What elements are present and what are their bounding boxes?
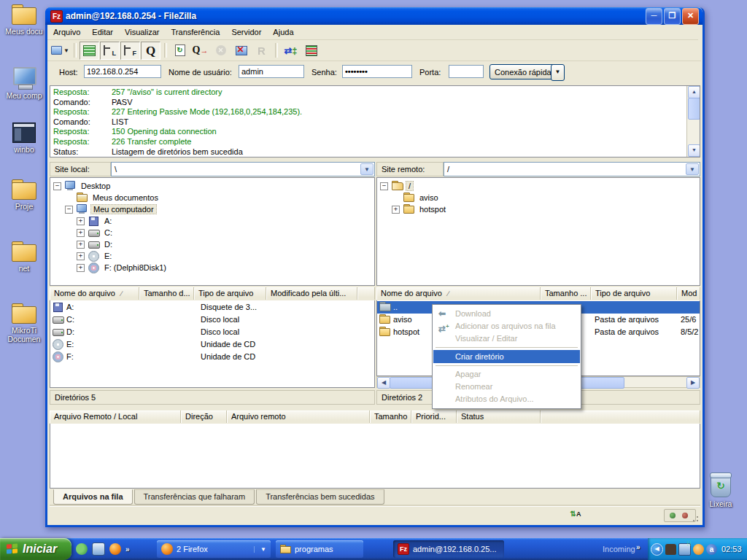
cancel-icon[interactable]: ✕ — [211, 42, 231, 60]
column-header-tamanho[interactable]: Tamanho d... — [139, 287, 194, 300]
network-status-icon[interactable] — [678, 543, 691, 556]
firefox-icon[interactable] — [109, 543, 121, 555]
column-header-status[interactable]: Status — [457, 411, 541, 423]
menu-ajuda[interactable]: Ajuda — [267, 26, 299, 39]
quick-launch-overflow-icon[interactable]: » — [125, 545, 130, 553]
security-icon[interactable] — [693, 544, 704, 555]
menu-item-adicionar-fila[interactable]: ⇄+ Adicionar os arquivos na fila — [433, 320, 580, 332]
tree-item-drive-f[interactable]: + F: (Delphi8Disk1) — [50, 262, 374, 273]
desktop-icon-mikrotik-documents[interactable]: MikroTi Documen — [1, 303, 47, 343]
file-row-a[interactable]: A:Disquete de 3... — [50, 301, 374, 314]
refresh-icon[interactable]: ↻ — [170, 42, 190, 60]
site-manager-icon[interactable]: ▼ — [50, 42, 70, 60]
start-button[interactable]: Iniciar — [0, 538, 71, 560]
collapse-icon[interactable]: − — [380, 182, 388, 190]
menu-item-atributos[interactable]: Atributos do Arquivo... — [433, 393, 580, 405]
reconnect-icon[interactable]: R — [252, 42, 271, 60]
file-row-c[interactable]: C:Disco local — [50, 314, 374, 326]
tab-transferencias-bem-sucedidas[interactable]: Transferências bem sucedidas — [256, 489, 384, 505]
collapse-icon[interactable]: − — [65, 206, 73, 214]
expand-icon[interactable]: + — [77, 217, 85, 225]
column-header-nome[interactable]: Nome do arquivo∕ — [376, 287, 541, 300]
tab-transferencias-que-falharam[interactable]: Transferências que falharam — [134, 489, 255, 505]
tree-item-drive-c[interactable]: + C: — [50, 227, 374, 238]
close-button[interactable]: ✕ — [682, 8, 699, 25]
tree-item-hotspot[interactable]: + hotspot — [377, 203, 700, 215]
scroll-right-icon[interactable]: ▶ — [686, 377, 700, 389]
host-input[interactable] — [84, 65, 161, 78]
remote-tree-toggle-icon[interactable] — [120, 42, 140, 60]
scroll-up-icon[interactable]: ▲ — [688, 86, 700, 98]
local-site-combobox[interactable]: \ ▼ — [111, 162, 375, 176]
column-header-tamanho[interactable]: Tamanho — [370, 411, 411, 423]
username-input[interactable] — [239, 65, 304, 78]
combo-dropdown-icon[interactable]: ▼ — [686, 163, 699, 175]
column-header-tamanho[interactable]: Tamanho ... — [541, 287, 591, 300]
column-header-tipo[interactable]: Tipo de arquivo — [194, 287, 266, 300]
tree-item-drive-e[interactable]: + E: — [50, 250, 374, 262]
tree-item-drive-a[interactable]: + A: — [50, 215, 374, 227]
file-row-d[interactable]: D:Disco local — [50, 326, 374, 338]
column-header-modificado[interactable]: Modificado pela últi... — [266, 287, 357, 300]
desktop-icon-net[interactable]: net — [1, 241, 47, 273]
desktop-icon-winbox[interactable]: winbo — [1, 122, 47, 154]
port-input[interactable] — [449, 65, 484, 78]
tree-item-meu-computador[interactable]: − Meu computador — [50, 203, 374, 215]
menu-item-renomear[interactable]: Renomear — [433, 381, 580, 393]
column-header-arquivo-remoto-local[interactable]: Arquivo Remoto / Local — [50, 411, 181, 423]
column-header-prioridade[interactable]: Priorid... — [411, 411, 457, 423]
column-header-nome[interactable]: Nome do arquivo∕ — [50, 287, 139, 300]
quickconnect-dropdown-icon[interactable]: ▼ — [551, 64, 565, 81]
tray-app-icon[interactable] — [665, 544, 676, 555]
antivirus-icon[interactable]: a — [706, 544, 717, 555]
log-scrollbar[interactable]: ▲ ▼ — [686, 86, 700, 157]
filter-icon[interactable]: ⇄‡ — [281, 42, 301, 60]
menu-editar[interactable]: Editar — [86, 26, 119, 39]
process-queue-icon[interactable]: Q→ — [190, 42, 210, 60]
menu-item-download[interactable]: ⬅ Download — [433, 308, 580, 320]
menu-item-visualizar-editar[interactable]: Visualizar / Editar — [433, 332, 580, 345]
desktop-icon-proje[interactable]: Proje — [1, 179, 47, 211]
scroll-thumb[interactable] — [688, 98, 700, 120]
title-bar[interactable]: Fz admin@192.168.0.254 - FileZilla ─ ❐ ✕ — [45, 7, 703, 25]
group-dropdown-icon[interactable]: ▼ — [254, 546, 266, 553]
desktop-icon-meus-documentos[interactable]: Meus docu — [1, 4, 47, 36]
column-header-arquivo-remoto[interactable]: Arquivo remoto — [227, 411, 370, 423]
menu-item-criar-diretorio[interactable]: Criar diretório — [433, 350, 580, 363]
expand-icon[interactable]: + — [77, 241, 85, 249]
file-row-f[interactable]: F:Unidade de CD — [50, 351, 374, 363]
taskbar-incoming-label[interactable]: Incoming — [603, 545, 635, 553]
tree-item-drive-d[interactable]: + D: — [50, 238, 374, 250]
collapse-icon[interactable]: − — [53, 182, 61, 190]
menu-transferencia[interactable]: Transferência — [166, 26, 226, 39]
column-header-direcao[interactable]: Direção — [181, 411, 227, 423]
taskbar-button-programas[interactable]: programas — [276, 540, 363, 558]
expand-icon[interactable]: + — [77, 229, 85, 237]
column-header-tipo[interactable]: Tipo de arquivo — [591, 287, 677, 300]
messenger-icon[interactable] — [76, 543, 88, 555]
taskbar-overflow-icon[interactable]: » — [636, 543, 640, 551]
column-header-modificado[interactable]: Mod — [677, 287, 700, 300]
resize-grip[interactable] — [690, 513, 700, 523]
quickconnect-button[interactable]: Conexão rápida — [489, 64, 557, 79]
scroll-down-icon[interactable]: ▼ — [688, 144, 700, 157]
tab-arquivos-na-fila[interactable]: Arquivos na fila — [53, 489, 133, 505]
expand-icon[interactable]: + — [77, 264, 85, 272]
menu-visualizar[interactable]: Visualizar — [119, 26, 166, 39]
menu-item-apagar[interactable]: Apagar — [433, 368, 580, 381]
menu-servidor[interactable]: Servidor — [225, 26, 267, 39]
expand-icon[interactable]: + — [392, 206, 400, 214]
tree-item-meus-documentos[interactable]: Meus documentos — [50, 192, 374, 203]
local-tree-toggle-icon[interactable] — [100, 42, 120, 60]
desktop-icon-meu-computador[interactable]: Meu comp — [1, 67, 47, 100]
combo-dropdown-icon[interactable]: ▼ — [360, 163, 374, 175]
taskbar-button-firefox[interactable]: 2 Firefox ▼ — [157, 540, 271, 558]
tree-item-root[interactable]: − / — [377, 180, 700, 192]
tree-item-desktop[interactable]: − Desktop — [50, 180, 374, 192]
tree-item-aviso[interactable]: aviso — [377, 192, 700, 203]
tray-collapse-icon[interactable]: ◀ — [651, 543, 663, 556]
expand-icon[interactable]: + — [77, 252, 85, 260]
compare-icon[interactable] — [301, 42, 321, 60]
file-row-e[interactable]: E:Unidade de CD — [50, 338, 374, 351]
scroll-left-icon[interactable]: ◀ — [377, 377, 390, 389]
